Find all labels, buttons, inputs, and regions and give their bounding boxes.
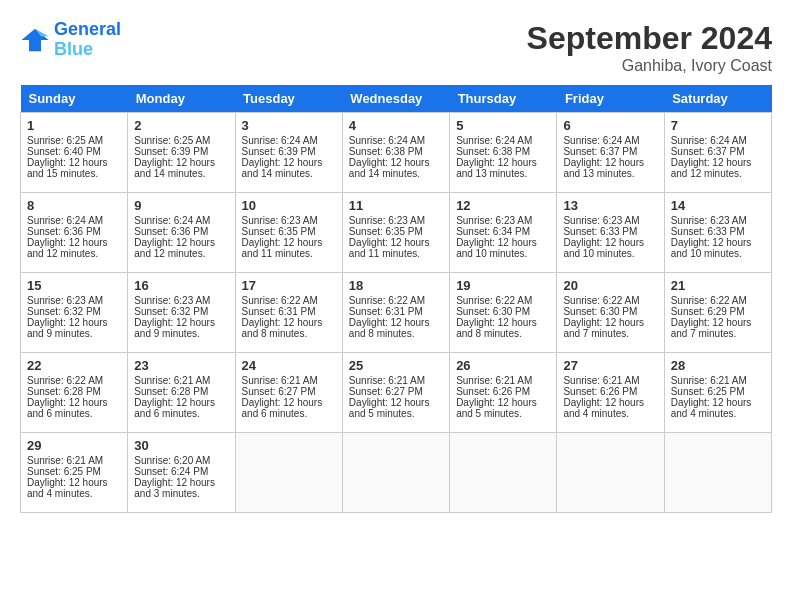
day-number: 8 (27, 198, 121, 213)
day-info-line: Sunset: 6:27 PM (242, 386, 336, 397)
day-info-line: Daylight: 12 hours (671, 317, 765, 328)
day-info-line: Daylight: 12 hours (349, 157, 443, 168)
day-info-line: Sunset: 6:31 PM (242, 306, 336, 317)
calendar-cell: 3Sunrise: 6:24 AMSunset: 6:39 PMDaylight… (235, 113, 342, 193)
day-info-line: and 6 minutes. (134, 408, 228, 419)
day-info-line: and 11 minutes. (349, 248, 443, 259)
day-info-line: Sunrise: 6:24 AM (563, 135, 657, 146)
day-info-line: Sunset: 6:35 PM (242, 226, 336, 237)
day-info-line: and 14 minutes. (134, 168, 228, 179)
day-info-line: Sunrise: 6:25 AM (27, 135, 121, 146)
day-info-line: Sunset: 6:25 PM (27, 466, 121, 477)
calendar-cell: 7Sunrise: 6:24 AMSunset: 6:37 PMDaylight… (664, 113, 771, 193)
day-info-line: Sunset: 6:38 PM (349, 146, 443, 157)
day-info-line: Sunrise: 6:24 AM (242, 135, 336, 146)
day-info-line: Sunset: 6:30 PM (563, 306, 657, 317)
day-info-line: and 13 minutes. (456, 168, 550, 179)
day-info-line: Daylight: 12 hours (27, 157, 121, 168)
day-info-line: Sunset: 6:29 PM (671, 306, 765, 317)
day-info-line: and 12 minutes. (671, 168, 765, 179)
calendar-cell: 6Sunrise: 6:24 AMSunset: 6:37 PMDaylight… (557, 113, 664, 193)
day-info-line: Daylight: 12 hours (349, 317, 443, 328)
day-number: 26 (456, 358, 550, 373)
day-info-line: and 6 minutes. (27, 408, 121, 419)
day-number: 17 (242, 278, 336, 293)
calendar-cell: 11Sunrise: 6:23 AMSunset: 6:35 PMDayligh… (342, 193, 449, 273)
day-info-line: Daylight: 12 hours (456, 317, 550, 328)
day-number: 21 (671, 278, 765, 293)
day-number: 16 (134, 278, 228, 293)
day-info-line: and 4 minutes. (671, 408, 765, 419)
day-info-line: Sunrise: 6:23 AM (134, 295, 228, 306)
day-info-line: Daylight: 12 hours (456, 237, 550, 248)
calendar-cell (342, 433, 449, 513)
calendar-cell: 12Sunrise: 6:23 AMSunset: 6:34 PMDayligh… (450, 193, 557, 273)
day-info-line: Daylight: 12 hours (671, 157, 765, 168)
day-info-line: Daylight: 12 hours (242, 157, 336, 168)
day-info-line: Sunset: 6:25 PM (671, 386, 765, 397)
day-number: 11 (349, 198, 443, 213)
calendar-cell (450, 433, 557, 513)
day-number: 24 (242, 358, 336, 373)
day-info-line: and 15 minutes. (27, 168, 121, 179)
calendar-cell: 2Sunrise: 6:25 AMSunset: 6:39 PMDaylight… (128, 113, 235, 193)
day-info-line: Daylight: 12 hours (134, 237, 228, 248)
day-number: 13 (563, 198, 657, 213)
calendar-cell: 29Sunrise: 6:21 AMSunset: 6:25 PMDayligh… (21, 433, 128, 513)
logo-text: GeneralBlue (54, 20, 121, 60)
day-info-line: Daylight: 12 hours (27, 317, 121, 328)
calendar-week-row: 1Sunrise: 6:25 AMSunset: 6:40 PMDaylight… (21, 113, 772, 193)
calendar-cell (664, 433, 771, 513)
day-info-line: and 12 minutes. (27, 248, 121, 259)
day-number: 22 (27, 358, 121, 373)
calendar-cell: 5Sunrise: 6:24 AMSunset: 6:38 PMDaylight… (450, 113, 557, 193)
day-info-line: Sunrise: 6:23 AM (456, 215, 550, 226)
day-info-line: Daylight: 12 hours (671, 237, 765, 248)
day-number: 30 (134, 438, 228, 453)
calendar-cell: 8Sunrise: 6:24 AMSunset: 6:36 PMDaylight… (21, 193, 128, 273)
calendar-cell: 30Sunrise: 6:20 AMSunset: 6:24 PMDayligh… (128, 433, 235, 513)
day-info-line: Daylight: 12 hours (456, 397, 550, 408)
day-info-line: and 5 minutes. (456, 408, 550, 419)
day-info-line: Daylight: 12 hours (563, 397, 657, 408)
calendar-cell (235, 433, 342, 513)
day-info-line: Sunrise: 6:20 AM (134, 455, 228, 466)
day-info-line: Sunrise: 6:23 AM (242, 215, 336, 226)
column-header-thursday: Thursday (450, 85, 557, 113)
day-info-line: Sunset: 6:40 PM (27, 146, 121, 157)
calendar-cell (557, 433, 664, 513)
calendar-cell: 24Sunrise: 6:21 AMSunset: 6:27 PMDayligh… (235, 353, 342, 433)
column-header-monday: Monday (128, 85, 235, 113)
calendar-cell: 4Sunrise: 6:24 AMSunset: 6:38 PMDaylight… (342, 113, 449, 193)
location-title: Ganhiba, Ivory Coast (527, 57, 772, 75)
day-number: 20 (563, 278, 657, 293)
day-info-line: Sunrise: 6:24 AM (134, 215, 228, 226)
day-info-line: Sunset: 6:32 PM (27, 306, 121, 317)
logo: GeneralBlue (20, 20, 121, 60)
page-header: GeneralBlue September 2024 Ganhiba, Ivor… (20, 20, 772, 75)
day-info-line: Sunrise: 6:21 AM (349, 375, 443, 386)
day-number: 27 (563, 358, 657, 373)
calendar-cell: 9Sunrise: 6:24 AMSunset: 6:36 PMDaylight… (128, 193, 235, 273)
day-info-line: and 7 minutes. (671, 328, 765, 339)
calendar-cell: 22Sunrise: 6:22 AMSunset: 6:28 PMDayligh… (21, 353, 128, 433)
day-info-line: Sunset: 6:33 PM (563, 226, 657, 237)
day-info-line: and 10 minutes. (563, 248, 657, 259)
day-info-line: Sunrise: 6:24 AM (671, 135, 765, 146)
day-info-line: Sunrise: 6:21 AM (563, 375, 657, 386)
calendar-week-row: 29Sunrise: 6:21 AMSunset: 6:25 PMDayligh… (21, 433, 772, 513)
day-info-line: Daylight: 12 hours (134, 157, 228, 168)
day-info-line: Daylight: 12 hours (671, 397, 765, 408)
day-info-line: Daylight: 12 hours (27, 477, 121, 488)
day-info-line: and 3 minutes. (134, 488, 228, 499)
day-number: 7 (671, 118, 765, 133)
day-info-line: Daylight: 12 hours (242, 397, 336, 408)
day-info-line: Sunset: 6:30 PM (456, 306, 550, 317)
day-number: 12 (456, 198, 550, 213)
day-info-line: and 11 minutes. (242, 248, 336, 259)
day-info-line: Sunrise: 6:24 AM (456, 135, 550, 146)
calendar-cell: 21Sunrise: 6:22 AMSunset: 6:29 PMDayligh… (664, 273, 771, 353)
day-info-line: and 9 minutes. (27, 328, 121, 339)
svg-marker-0 (22, 29, 49, 52)
day-number: 23 (134, 358, 228, 373)
